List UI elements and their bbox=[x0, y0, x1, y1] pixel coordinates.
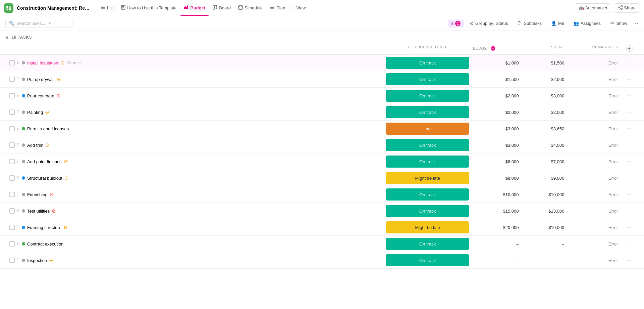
task-checkbox[interactable] bbox=[9, 208, 15, 214]
link-icon[interactable]: ⇌ bbox=[73, 60, 76, 65]
tag-icon[interactable]: 🏷 bbox=[67, 60, 71, 65]
edit-icon[interactable]: ✏ bbox=[78, 60, 82, 65]
tab-board[interactable]: Board bbox=[209, 3, 234, 13]
th-task bbox=[5, 42, 386, 54]
confidence-badge[interactable]: On track bbox=[386, 106, 469, 118]
me-button[interactable]: 👤 Me bbox=[548, 19, 568, 27]
task-name-label[interactable]: Inspection bbox=[27, 258, 47, 263]
drag-handle[interactable]: ⠿ bbox=[17, 77, 20, 82]
budget-cell: $2,000 bbox=[469, 91, 523, 100]
task-checkbox[interactable] bbox=[9, 109, 15, 115]
confidence-badge[interactable]: On track bbox=[386, 73, 469, 85]
drag-handle[interactable]: ⠿ bbox=[17, 143, 20, 147]
task-checkbox[interactable] bbox=[9, 225, 15, 230]
task-name-label[interactable]: Install insulation bbox=[27, 60, 58, 65]
row-more-button[interactable]: ··· bbox=[622, 142, 639, 148]
row-more-button[interactable]: ··· bbox=[622, 257, 639, 263]
confidence-badge[interactable]: On track bbox=[386, 188, 469, 201]
task-name-label[interactable]: Add paint finishes bbox=[27, 159, 62, 164]
collapse-button[interactable]: ⊖ bbox=[5, 35, 9, 40]
task-name-label[interactable]: Permits and Licenses bbox=[27, 126, 69, 131]
confidence-cell: On track bbox=[386, 153, 469, 170]
status-icon: ⊖ bbox=[60, 60, 65, 66]
row-more-button[interactable]: ··· bbox=[622, 109, 639, 115]
drag-handle[interactable]: ⠿ bbox=[17, 60, 20, 65]
budget-add-icon[interactable]: + bbox=[491, 46, 495, 51]
task-checkbox[interactable] bbox=[9, 77, 15, 82]
drag-handle[interactable]: ⠿ bbox=[17, 126, 20, 131]
row-more-button[interactable]: ··· bbox=[622, 175, 639, 181]
drag-handle[interactable]: ⠿ bbox=[17, 209, 20, 213]
confidence-cell: On track bbox=[386, 137, 469, 153]
confidence-badge[interactable]: On track bbox=[386, 90, 469, 102]
row-more-button[interactable]: ··· bbox=[622, 191, 639, 197]
task-name-label[interactable]: Add trim bbox=[27, 143, 43, 148]
task-name-label[interactable]: Pour concrete bbox=[27, 93, 54, 98]
tab-budget[interactable]: Budget bbox=[180, 3, 209, 13]
confidence-badge[interactable]: On track bbox=[386, 57, 469, 69]
group-by-button[interactable]: ⊙ Group by: Status bbox=[467, 19, 512, 27]
tab-list[interactable]: List bbox=[97, 3, 117, 13]
confidence-badge[interactable]: On track bbox=[386, 139, 469, 151]
budget-cell: $3,000 bbox=[469, 141, 523, 150]
drag-handle[interactable]: ⠿ bbox=[17, 258, 20, 263]
task-checkbox[interactable] bbox=[9, 126, 15, 131]
task-name-cell: ⠿ Inspection ⊖ bbox=[5, 255, 386, 265]
more-options-icon[interactable]: ··· bbox=[633, 20, 639, 27]
add-column-button[interactable]: + bbox=[626, 45, 633, 52]
share-button[interactable]: Share bbox=[614, 3, 640, 13]
drag-handle[interactable]: ⠿ bbox=[17, 93, 20, 98]
assignees-button[interactable]: 👥 Assignees bbox=[570, 19, 604, 27]
task-checkbox[interactable] bbox=[9, 175, 15, 181]
tab-how-to[interactable]: How to Use this Template bbox=[118, 3, 180, 13]
task-name-label[interactable]: Painting bbox=[27, 110, 43, 115]
task-name-label[interactable]: Test utilities bbox=[27, 209, 50, 214]
confidence-badge[interactable]: On track bbox=[386, 205, 469, 217]
subtasks-button[interactable]: Subtasks bbox=[514, 19, 545, 28]
drag-handle[interactable]: ⠿ bbox=[17, 159, 20, 164]
row-more-button[interactable]: ··· bbox=[622, 60, 639, 66]
confidence-cell: Might be late bbox=[386, 219, 469, 235]
task-name-cell: ⠿ Add trim ⊖ bbox=[5, 140, 386, 150]
confidence-badge[interactable]: On track bbox=[386, 238, 469, 250]
task-checkbox[interactable] bbox=[9, 192, 15, 197]
row-more-button[interactable]: ··· bbox=[622, 241, 639, 247]
row-more-button[interactable]: ··· bbox=[622, 76, 639, 82]
remaining-cell: Error bbox=[568, 124, 622, 133]
task-checkbox[interactable] bbox=[9, 241, 15, 247]
task-table: CONFIDENCE LEVEL BUDGET + SPENT REMAININ… bbox=[0, 42, 644, 309]
add-view-btn[interactable]: + View bbox=[289, 3, 309, 12]
drag-handle[interactable]: ⠿ bbox=[17, 225, 20, 230]
row-more-button[interactable]: ··· bbox=[622, 224, 639, 230]
row-more-button[interactable]: ··· bbox=[622, 126, 639, 132]
confidence-badge[interactable]: On track bbox=[386, 156, 469, 168]
search-box[interactable]: 🔍 Search tasks... ▾ bbox=[5, 19, 72, 28]
row-more-button[interactable]: ··· bbox=[622, 208, 639, 214]
task-name-label[interactable]: Structural buildout bbox=[27, 176, 62, 181]
task-name-label[interactable]: Put up drywall bbox=[27, 77, 55, 82]
show-button[interactable]: 👁 Show bbox=[607, 19, 631, 27]
tab-schedule[interactable]: Schedule bbox=[235, 3, 266, 13]
task-name-label[interactable]: Contract execution bbox=[27, 241, 63, 247]
automate-button[interactable]: 🤖 Automate ▾ bbox=[575, 3, 611, 12]
confidence-badge[interactable]: On track bbox=[386, 254, 469, 266]
confidence-badge[interactable]: Might be late bbox=[386, 172, 469, 184]
tab-plan[interactable]: Plan bbox=[267, 3, 288, 13]
task-checkbox[interactable] bbox=[9, 159, 15, 164]
priority-indicator bbox=[22, 61, 25, 64]
confidence-badge[interactable]: Late bbox=[386, 123, 469, 135]
task-checkbox[interactable] bbox=[9, 60, 15, 65]
task-checkbox[interactable] bbox=[9, 142, 15, 148]
task-checkbox[interactable] bbox=[9, 93, 15, 98]
filter-button[interactable]: ≡ 1 bbox=[448, 19, 464, 28]
drag-handle[interactable]: ⠿ bbox=[17, 192, 20, 197]
task-checkbox[interactable] bbox=[9, 258, 15, 263]
confidence-badge[interactable]: Might be late bbox=[386, 221, 469, 233]
drag-handle[interactable]: ⠿ bbox=[17, 110, 20, 115]
row-more-button[interactable]: ··· bbox=[622, 159, 639, 165]
drag-handle[interactable]: ⠿ bbox=[17, 241, 20, 246]
drag-handle[interactable]: ⠿ bbox=[17, 176, 20, 180]
task-name-label[interactable]: Framing structure bbox=[27, 225, 61, 230]
row-more-button[interactable]: ··· bbox=[622, 93, 639, 99]
task-name-label[interactable]: Furnishing bbox=[27, 192, 48, 197]
